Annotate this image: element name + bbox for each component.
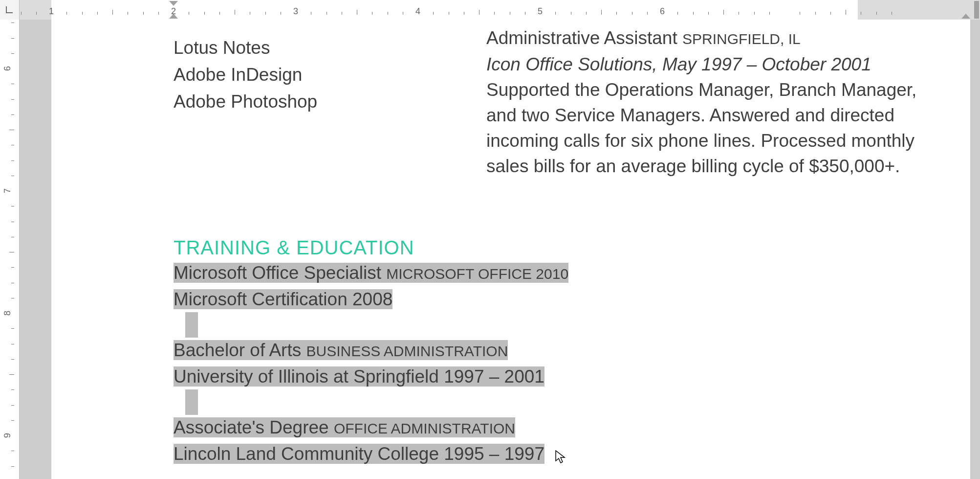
first-line-indent-marker[interactable]	[169, 1, 178, 6]
education-detail-line: Lincoln Land Community College 1995 – 19…	[174, 441, 941, 467]
selection-spacer	[185, 389, 198, 415]
education-title: Associate's Degree	[174, 417, 329, 437]
ruler-number: 4	[415, 6, 420, 17]
education-detail-line: Microsoft Certification 2008	[174, 287, 941, 312]
ruler-number: 2	[171, 6, 176, 17]
right-indent-marker[interactable]	[961, 14, 970, 19]
education-title: Microsoft Office Specialist	[174, 263, 381, 283]
document-page[interactable]: Lotus Notes Adobe InDesign Adobe Photosh…	[51, 20, 970, 479]
education-detail: Microsoft Certification 2008	[174, 289, 392, 309]
education-entry: Bachelor of Arts BUSINESS ADMINISTRATION…	[174, 338, 941, 389]
job-company-line: Icon Office Solutions, May 1997 – Octobe…	[486, 52, 946, 77]
education-entry: Associate's Degree OFFICE ADMINISTRATION…	[174, 415, 941, 467]
education-entry: Microsoft Office Specialist MICROSOFT OF…	[174, 260, 941, 312]
education-detail: Lincoln Land Community College 1995 – 19…	[174, 444, 544, 464]
ruler-left-margin	[20, 0, 51, 20]
selection-spacer	[185, 312, 198, 338]
tab-l-icon	[6, 6, 13, 13]
horizontal-ruler[interactable]: 123456	[0, 0, 980, 20]
ruler-number: 7	[2, 188, 13, 193]
education-title-line: Associate's Degree OFFICE ADMINISTRATION	[174, 415, 941, 441]
section-heading: TRAINING & EDUCATION	[174, 235, 941, 260]
education-subtitle: BUSINESS ADMINISTRATION	[306, 343, 508, 359]
ruler-number: 6	[660, 6, 665, 17]
ruler-number: 9	[2, 433, 13, 438]
ruler-number: 5	[538, 6, 543, 17]
education-detail-line: University of Illinois at Springfield 19…	[174, 364, 941, 389]
education-subtitle: OFFICE ADMINISTRATION	[334, 420, 515, 436]
job-title: Administrative Assistant	[486, 28, 677, 48]
education-subtitle: MICROSOFT OFFICE 2010	[386, 266, 568, 282]
tab-stop-selector[interactable]	[0, 0, 20, 20]
skill-item: Lotus Notes	[174, 34, 467, 61]
ruler-right-handle[interactable]	[974, 1, 979, 19]
job-location: SPRINGFIELD, IL	[682, 31, 801, 47]
ruler-number: 1	[49, 6, 54, 17]
ruler-number: 6	[2, 66, 13, 71]
vertical-ruler[interactable]: 6789	[0, 20, 20, 479]
horizontal-ruler-track[interactable]: 123456	[20, 0, 980, 20]
job-description: Supported the Operations Manager, Branch…	[486, 77, 946, 179]
skill-item: Adobe InDesign	[174, 61, 467, 88]
ruler-number: 3	[293, 6, 298, 17]
ruler-number: 8	[2, 311, 13, 316]
job-title-line: Administrative Assistant SPRINGFIELD, IL	[486, 25, 946, 52]
education-section: TRAINING & EDUCATION Microsoft Office Sp…	[174, 235, 941, 467]
skill-item: Adobe Photoshop	[174, 88, 467, 115]
education-title-line: Microsoft Office Specialist MICROSOFT OF…	[174, 260, 941, 287]
experience-column: Administrative Assistant SPRINGFIELD, IL…	[486, 20, 946, 179]
education-title: Bachelor of Arts	[174, 340, 301, 360]
skills-column: Lotus Notes Adobe InDesign Adobe Photosh…	[174, 20, 467, 115]
education-detail: University of Illinois at Springfield 19…	[174, 366, 544, 387]
education-title-line: Bachelor of Arts BUSINESS ADMINISTRATION	[174, 338, 941, 364]
